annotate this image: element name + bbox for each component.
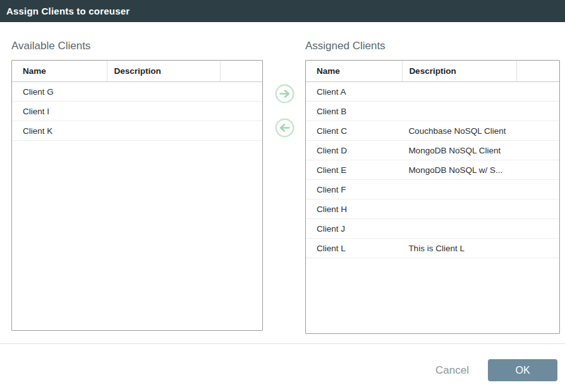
cancel-button[interactable]: Cancel bbox=[435, 364, 469, 377]
client-name-cell: Client K bbox=[12, 126, 107, 136]
client-name-cell: Client F bbox=[306, 185, 402, 194]
available-client-row[interactable]: Client K bbox=[12, 121, 262, 141]
client-name-cell: Client J bbox=[306, 224, 402, 234]
client-name-cell: Client A bbox=[306, 87, 402, 97]
client-description-cell: Couchbase NoSQL Client bbox=[402, 126, 516, 136]
assigned-client-row[interactable]: Client L This is Client L bbox=[306, 239, 559, 258]
client-name-cell: Client H bbox=[306, 205, 402, 214]
footer-divider bbox=[0, 343, 565, 344]
assigned-header-name: Name bbox=[306, 61, 402, 81]
available-table-header: Name Description bbox=[12, 61, 262, 82]
assigned-client-row[interactable]: Client A bbox=[306, 82, 559, 102]
assigned-table-body: Client A Client B Client C Couchbase NoS… bbox=[306, 82, 559, 258]
client-name-cell: Client C bbox=[306, 126, 402, 136]
assigned-client-row[interactable]: Client H bbox=[306, 199, 559, 219]
available-table-body: Client G Client I Client K bbox=[12, 82, 262, 141]
arrow-right-icon bbox=[275, 84, 295, 104]
client-description-cell: MongoDB NoSQL w/ S... bbox=[402, 165, 516, 175]
client-description-cell: MongoDB NoSQL Client bbox=[402, 146, 516, 155]
dialog-titlebar: Assign Clients to coreuser bbox=[0, 0, 565, 22]
assigned-client-row[interactable]: Client C Couchbase NoSQL Client bbox=[306, 121, 559, 141]
assign-clients-dialog: Assign Clients to coreuser Available Cli… bbox=[0, 0, 565, 392]
available-clients-heading: Available Clients bbox=[11, 40, 90, 52]
assigned-header-spacer bbox=[516, 61, 559, 81]
client-name-cell: Client L bbox=[306, 244, 402, 253]
assigned-client-row[interactable]: Client D MongoDB NoSQL Client bbox=[306, 141, 559, 160]
assigned-header-description: Description bbox=[402, 61, 516, 81]
ok-button[interactable]: OK bbox=[488, 359, 557, 381]
arrow-left-icon bbox=[275, 118, 295, 138]
assigned-client-row[interactable]: Client E MongoDB NoSQL w/ S... bbox=[306, 160, 559, 180]
assigned-clients-heading: Assigned Clients bbox=[305, 40, 386, 52]
dialog-title: Assign Clients to coreuser bbox=[6, 6, 130, 16]
client-name-cell: Client I bbox=[12, 107, 107, 116]
available-header-description: Description bbox=[107, 61, 219, 81]
available-clients-table: Name Description Client G Client I bbox=[11, 60, 263, 331]
client-name-cell: Client D bbox=[306, 146, 402, 155]
assigned-client-row[interactable]: Client J bbox=[306, 219, 559, 239]
assigned-table-header: Name Description bbox=[306, 61, 559, 82]
client-name-cell: Client G bbox=[12, 87, 107, 97]
client-name-cell: Client B bbox=[306, 107, 402, 116]
available-header-name: Name bbox=[12, 61, 107, 81]
client-name-cell: Client E bbox=[306, 165, 402, 175]
unassign-arrow-button[interactable] bbox=[275, 118, 295, 138]
assigned-clients-table: Name Description Client A Client B bbox=[305, 60, 560, 334]
assign-arrow-button[interactable] bbox=[275, 84, 295, 104]
assigned-client-row[interactable]: Client F bbox=[306, 180, 559, 199]
client-description-cell: This is Client L bbox=[402, 244, 516, 253]
available-header-spacer bbox=[220, 61, 262, 81]
available-client-row[interactable]: Client G bbox=[12, 82, 262, 102]
assigned-client-row[interactable]: Client B bbox=[306, 102, 559, 121]
available-client-row[interactable]: Client I bbox=[12, 102, 262, 121]
